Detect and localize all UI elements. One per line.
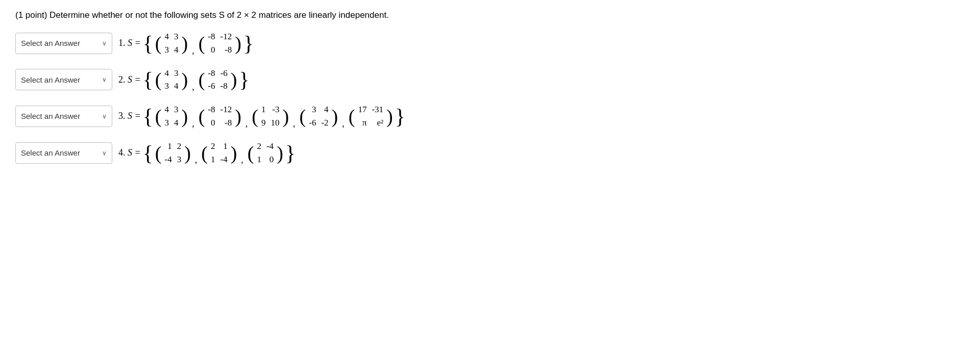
matrix-cell: -12 (220, 31, 232, 43)
matrix-cell: 3 (164, 44, 169, 56)
page-container: (1 point) Determine whether or not the f… (15, 10, 965, 166)
matrix-separator: , (192, 45, 194, 57)
matrix-cell: 2 (211, 140, 215, 153)
close-brace: } (395, 106, 405, 127)
chevron-down-icon: ∨ (102, 76, 107, 83)
matrix-cell: 0 (266, 154, 274, 166)
problem-label-4: 4. S = (118, 147, 141, 158)
matrix-paren-right: ) (277, 143, 283, 163)
problem-expr-1: 1. S ={(4334),(-8-120-8)} (118, 30, 254, 57)
matrix-paren-left: ( (199, 70, 205, 89)
matrix-paren-left: ( (201, 143, 208, 163)
problem-row: Select an AnswerLinearly IndependentLine… (15, 139, 965, 167)
close-brace: } (239, 69, 249, 90)
matrix-inner: 4334 (161, 103, 181, 130)
chevron-down-icon: ∨ (102, 149, 107, 157)
select-answer-4[interactable]: Select an AnswerLinearly IndependentLine… (15, 142, 112, 164)
matrix-cell: 1 (257, 154, 261, 166)
problems-container: Select an AnswerLinearly IndependentLine… (15, 30, 965, 166)
matrix-paren-left: ( (155, 34, 162, 53)
matrix-paren-right: ) (231, 143, 237, 163)
matrix-inner: 17-31πe² (355, 103, 386, 130)
matrix-inner: 4334 (161, 30, 181, 57)
select-dropdown-1[interactable]: Select an AnswerLinearly IndependentLine… (21, 39, 99, 47)
matrix-cell: 4 (174, 44, 179, 56)
matrix-paren-left: ( (155, 107, 162, 126)
problem-expr-4: 4. S ={(12-43),(211-4),(2-410)} (118, 139, 296, 167)
matrix-paren-left: ( (248, 143, 254, 163)
matrix-cell: 1 (211, 154, 215, 166)
matrix-inner: 2-410 (254, 139, 277, 167)
matrix-cell: -2 (321, 117, 328, 129)
matrix-cell: -3 (271, 104, 279, 116)
matrix-paren-left: ( (155, 70, 162, 89)
close-brace: } (285, 142, 296, 164)
select-dropdown-2[interactable]: Select an AnswerLinearly IndependentLine… (21, 75, 99, 84)
matrix-separator: , (246, 118, 248, 130)
matrix-cell: 4 (174, 80, 179, 92)
matrix-cell: 2 (177, 140, 182, 153)
select-answer-2[interactable]: Select an AnswerLinearly IndependentLine… (15, 69, 112, 90)
matrix-cell: 1 (261, 104, 266, 116)
problem-expr-3: 3. S ={(4334),(-8-120-8),(1-3910),(34-6-… (118, 103, 405, 130)
matrix-cell: 4 (174, 117, 179, 129)
matrix-paren-left: ( (155, 143, 162, 163)
matrix-cell: 1 (220, 140, 227, 153)
matrix-cell: 3 (309, 104, 316, 116)
matrix-separator: , (192, 118, 194, 130)
open-brace: { (143, 69, 153, 90)
matrix-cell: -8 (220, 44, 232, 56)
matrix-paren-left: ( (252, 107, 258, 126)
matrix-paren-left: ( (199, 34, 205, 53)
matrix-cell: -12 (220, 104, 232, 116)
problem-label-1: 1. S = (118, 38, 141, 48)
matrix-cell: 10 (271, 117, 279, 129)
matrix-paren-right: ) (184, 143, 191, 163)
matrix-inner: 1-3910 (258, 103, 283, 130)
matrix-separator: , (293, 118, 296, 130)
problem-label-3: 3. S = (118, 111, 141, 121)
matrix-inner: 4334 (161, 66, 181, 94)
matrix-paren-right: ) (181, 70, 188, 89)
open-brace: { (143, 33, 153, 54)
matrix-cell: -6 (220, 67, 227, 80)
select-dropdown-4[interactable]: Select an AnswerLinearly IndependentLine… (21, 148, 99, 157)
open-brace: { (143, 106, 153, 127)
matrix-cell: -8 (208, 104, 215, 116)
matrix-paren-right: ) (386, 107, 393, 126)
matrix-cell: 3 (177, 154, 182, 166)
matrix-cell: 0 (208, 117, 215, 129)
matrix-paren-right: ) (181, 107, 188, 126)
matrix-cell: 4 (164, 31, 169, 43)
matrix-inner: -8-120-8 (205, 30, 235, 57)
select-answer-3[interactable]: Select an AnswerLinearly IndependentLine… (15, 106, 112, 127)
matrix-cell: e² (372, 117, 383, 129)
matrix-cell: -6 (208, 80, 215, 92)
matrix-cell: 9 (261, 117, 266, 129)
matrix-paren-right: ) (231, 70, 237, 89)
problem-expr-2: 2. S ={(4334),(-8-6-6-8)} (118, 66, 249, 94)
select-dropdown-3[interactable]: Select an AnswerLinearly IndependentLine… (21, 112, 99, 120)
problem-row: Select an AnswerLinearly IndependentLine… (15, 103, 965, 130)
matrix-paren-left: ( (199, 107, 205, 126)
matrix-cell: 2 (257, 140, 261, 153)
matrix-cell: -4 (266, 140, 274, 153)
problem-row: Select an AnswerLinearly IndependentLine… (15, 66, 965, 94)
chevron-down-icon: ∨ (102, 113, 107, 120)
open-brace: { (143, 142, 153, 164)
question-header: (1 point) Determine whether or not the f… (15, 10, 965, 20)
select-answer-1[interactable]: Select an AnswerLinearly IndependentLine… (15, 33, 112, 54)
matrix-paren-right: ) (282, 107, 289, 126)
matrix-cell: -8 (220, 80, 227, 92)
problem-row: Select an AnswerLinearly IndependentLine… (15, 30, 965, 57)
matrix-separator: , (195, 155, 198, 166)
matrix-cell: -8 (208, 31, 215, 43)
matrix-cell: 3 (174, 31, 179, 43)
matrix-inner: 34-6-2 (306, 103, 331, 130)
matrix-cell: 17 (358, 104, 366, 116)
matrix-inner: 12-43 (161, 139, 184, 167)
matrix-separator: , (241, 155, 243, 166)
matrix-paren-right: ) (181, 34, 188, 53)
matrix-cell: 1 (164, 140, 172, 153)
matrix-paren-right: ) (332, 107, 338, 126)
